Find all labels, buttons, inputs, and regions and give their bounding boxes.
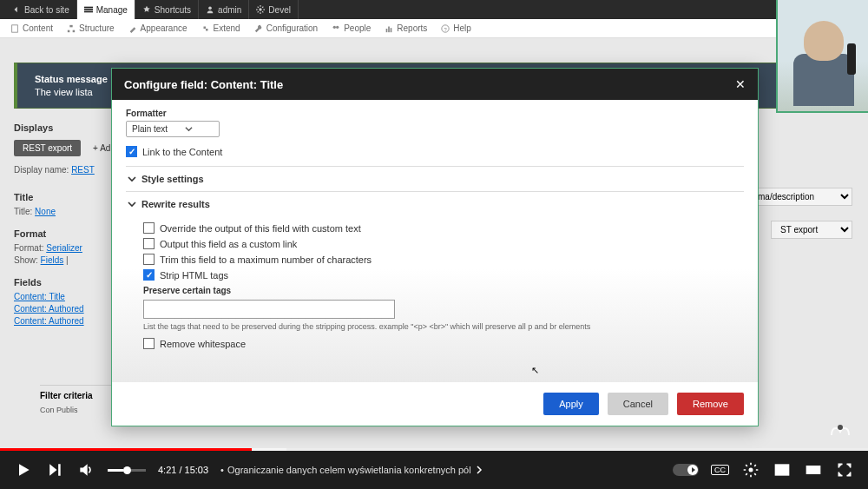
title-link[interactable]: None [35,207,56,216]
style-settings-toggle[interactable]: Style settings [126,166,744,191]
admin-menu: Content Structure Appearance Extend Conf… [0,19,868,38]
output-as-link-row[interactable]: Output this field as a custom link [143,238,744,249]
cancel-button[interactable]: Cancel [608,393,668,415]
chevron-down-icon [185,125,193,133]
preserve-tags-label: Preserve certain tags [143,286,744,295]
svg-rect-13 [391,28,392,32]
preserve-help-text: List the tags that need to be preserved … [143,322,744,331]
theater-button[interactable] [804,460,823,479]
show-link[interactable]: Fields [41,255,64,265]
strip-html-checkbox[interactable] [143,269,155,281]
custom-link-checkbox[interactable] [143,238,155,249]
manage-tab[interactable]: Manage [77,0,135,19]
menu-appearance[interactable]: Appearance [122,19,194,37]
display-tab-rest[interactable]: REST export [14,140,81,156]
svg-rect-7 [68,30,70,32]
override-checkbox[interactable] [143,222,155,234]
admin-label: admin [218,5,241,15]
apply-button[interactable]: Apply [543,393,599,415]
help-icon: ? [441,24,450,33]
svg-point-17 [749,468,753,472]
star-icon [142,5,151,14]
menu-extend[interactable]: Extend [194,19,247,37]
modal-header: Configure field: Content: Title ✕ [112,69,758,100]
svg-point-10 [336,25,339,28]
video-controls: 4:21 / 15:03 • Ograniczanie danych celem… [0,451,868,489]
formatter-select[interactable]: Plain text [126,121,220,137]
svg-rect-19 [782,470,787,473]
rewrite-results-toggle[interactable]: Rewrite results [126,191,744,216]
autoplay-toggle[interactable] [673,464,699,476]
svg-rect-2 [84,11,93,13]
formatter-label: Formatter [126,109,744,118]
appearance-icon [128,24,137,33]
trim-row[interactable]: Trim this field to a maximum number of c… [143,254,744,265]
shortcuts-tab[interactable]: Shortcuts [135,0,199,19]
svg-rect-0 [84,7,93,9]
volume-slider[interactable] [108,469,146,472]
volume-button[interactable] [76,460,95,479]
remove-button[interactable]: Remove [677,393,744,415]
field-content-authored-1[interactable]: Content: Authored [14,304,84,314]
devel-label: Devel [268,5,291,15]
fullscreen-button[interactable] [835,460,854,479]
menu-icon [84,5,93,14]
devel-tab[interactable]: Devel [249,0,299,19]
trim-checkbox[interactable] [143,254,155,265]
link-to-content-row[interactable]: Link to the Content [126,146,744,157]
svg-rect-20 [807,466,820,473]
menu-content[interactable]: Content [3,19,60,37]
back-label: Back to site [24,5,69,15]
menu-configuration[interactable]: Configuration [247,19,325,37]
shortcuts-label: Shortcuts [155,5,191,15]
reports-icon [385,24,393,33]
remove-whitespace-row[interactable]: Remove whitespace [143,338,744,349]
svg-rect-5 [12,24,18,31]
settings-button[interactable] [741,460,760,479]
miniplayer-button[interactable] [773,460,792,479]
svg-point-9 [333,25,336,28]
captions-button[interactable]: CC [711,465,729,475]
menu-reports[interactable]: Reports [378,19,434,37]
drupal-toolbar: Back to site Manage Shortcuts admin Deve… [0,0,868,19]
remove-whitespace-checkbox[interactable] [143,338,155,349]
close-icon[interactable]: ✕ [735,77,746,91]
video-chapter-title[interactable]: • Ograniczanie danych celem wyświetlania… [220,465,483,475]
back-to-site[interactable]: Back to site [5,0,77,19]
svg-text:?: ? [444,26,448,31]
svg-point-4 [260,8,262,10]
youtube-logo-watermark[interactable] [828,421,852,440]
svg-point-16 [838,425,843,430]
format-link[interactable]: Serializer [46,243,82,253]
preserve-tags-input[interactable] [143,300,395,319]
override-output-row[interactable]: Override the output of this field with c… [143,222,744,234]
extend-icon [201,24,210,33]
people-icon [332,24,340,33]
svg-rect-8 [73,30,76,32]
play-button[interactable] [14,460,33,479]
display-name-link[interactable]: REST [71,165,95,175]
menu-help[interactable]: ?Help [434,19,478,37]
strip-html-row[interactable]: Strip HTML tags [143,269,744,281]
link-to-content-checkbox[interactable] [126,146,137,157]
structure-icon [67,24,76,33]
wrench-icon [254,24,263,33]
svg-rect-6 [69,24,72,27]
presenter-webcam [776,0,868,113]
path-select[interactable]: ma/description [748,188,852,206]
export-select[interactable]: ST export [771,221,852,239]
field-content-authored-2[interactable]: Content: Authored [14,316,84,326]
mouse-cursor: ↖ [531,365,539,376]
modal-footer: Apply Cancel Remove [112,382,758,426]
svg-rect-11 [386,29,388,32]
arrow-left-icon [12,5,21,14]
field-content-title[interactable]: Content: Title [14,292,65,301]
user-icon [206,5,214,14]
menu-structure[interactable]: Structure [60,19,122,37]
configure-field-modal: Configure field: Content: Title ✕ Format… [111,68,759,426]
manage-label: Manage [96,5,128,15]
svg-rect-1 [84,9,93,10]
next-button[interactable] [45,460,64,479]
admin-tab[interactable]: admin [199,0,249,19]
menu-people[interactable]: People [325,19,378,37]
